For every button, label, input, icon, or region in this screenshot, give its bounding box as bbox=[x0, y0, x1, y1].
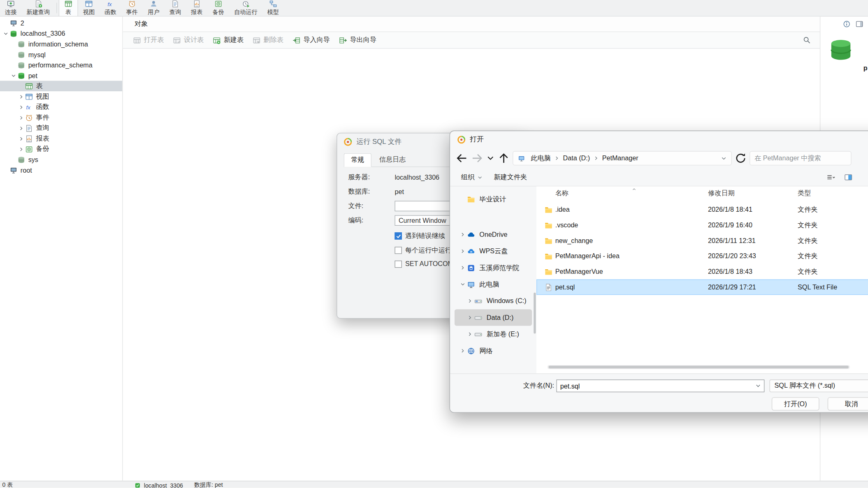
expand-arrow[interactable] bbox=[10, 62, 17, 67]
expand-arrow[interactable] bbox=[459, 265, 467, 271]
expand-arrow[interactable] bbox=[466, 331, 474, 337]
nav-item[interactable]: OneDrive bbox=[455, 226, 532, 243]
checkbox[interactable] bbox=[395, 232, 402, 239]
toolbar-item[interactable]: 事件 bbox=[121, 0, 143, 16]
expand-arrow[interactable] bbox=[10, 41, 17, 46]
statusbar-view-icon[interactable] bbox=[831, 481, 838, 488]
expand-arrow[interactable] bbox=[10, 73, 17, 78]
nav-item[interactable]: Data (D:) bbox=[455, 309, 532, 326]
filetype-select[interactable]: SQL 脚本文件 (*.sql) bbox=[769, 379, 868, 392]
info-icon[interactable] bbox=[842, 20, 851, 28]
expand-arrow[interactable] bbox=[10, 52, 17, 57]
expand-arrow[interactable] bbox=[459, 348, 467, 353]
expand-arrow[interactable] bbox=[466, 298, 474, 303]
horizontal-scrollbar[interactable] bbox=[548, 365, 850, 369]
tree-item[interactable]: 备份 bbox=[0, 144, 122, 155]
column-type[interactable]: 类型 bbox=[798, 188, 868, 198]
preview-pane-icon[interactable] bbox=[844, 173, 853, 181]
object-toolbar-button[interactable]: 设计表 bbox=[169, 35, 207, 45]
expand-arrow[interactable] bbox=[459, 248, 467, 254]
nav-item[interactable]: 毕业设计 bbox=[455, 191, 532, 207]
nav-item[interactable]: 玉溪师范学院 bbox=[455, 259, 532, 276]
expand-arrow[interactable] bbox=[459, 282, 467, 287]
statusbar-view-icon[interactable] bbox=[843, 481, 849, 488]
file-row[interactable]: new_change 2026/1/11 12:31 文件夹 bbox=[536, 233, 868, 249]
nav-item[interactable]: 网络 bbox=[455, 342, 532, 359]
expand-arrow[interactable] bbox=[18, 125, 25, 131]
tree-item[interactable]: sys bbox=[0, 154, 122, 165]
statusbar-view-icon[interactable] bbox=[820, 481, 826, 488]
organize-button[interactable]: 组织 bbox=[461, 173, 483, 182]
toolbar-item[interactable]: 表 bbox=[59, 0, 78, 16]
object-toolbar-button[interactable]: 新建表 bbox=[209, 35, 247, 45]
tree-item[interactable]: fx 函数 bbox=[0, 102, 122, 113]
field-value[interactable]: localhost_3306 bbox=[395, 173, 439, 181]
view-mode-icon[interactable] bbox=[826, 173, 836, 181]
tree-item[interactable]: 表 bbox=[0, 81, 122, 91]
expand-arrow[interactable] bbox=[18, 146, 25, 152]
tree-item[interactable]: 视图 bbox=[0, 91, 122, 102]
filename-combobox[interactable] bbox=[556, 379, 764, 392]
back-button[interactable] bbox=[455, 152, 468, 165]
checkbox[interactable] bbox=[395, 260, 402, 267]
search-icon[interactable] bbox=[803, 36, 811, 44]
expand-arrow[interactable] bbox=[18, 115, 25, 120]
chevron-down-icon[interactable] bbox=[721, 155, 727, 161]
expand-arrow[interactable] bbox=[18, 104, 25, 110]
nav-item[interactable]: WPS云盘 bbox=[455, 243, 532, 259]
new-folder-button[interactable]: 新建文件夹 bbox=[494, 173, 527, 182]
breadcrumb[interactable]: 此电脑 Data (D:) PetManager bbox=[513, 151, 732, 165]
file-row[interactable]: .vscode 2026/1/9 16:40 文件夹 bbox=[536, 217, 868, 233]
tree-item[interactable]: 2 bbox=[0, 18, 122, 28]
dialog-tab[interactable]: 信息日志 bbox=[373, 153, 413, 167]
tree-item[interactable]: 报表 bbox=[0, 133, 122, 144]
file-row[interactable]: .idea 2026/1/8 18:41 文件夹 bbox=[536, 202, 868, 217]
object-toolbar-button[interactable]: 打开表 bbox=[130, 35, 167, 45]
toolbar-item[interactable]: 用户 bbox=[143, 0, 164, 16]
checkbox[interactable] bbox=[395, 247, 402, 254]
cancel-button[interactable]: 取消 bbox=[828, 397, 868, 410]
toolbar-item[interactable]: 模型 bbox=[262, 0, 284, 16]
statusbar-view-icon[interactable] bbox=[855, 481, 861, 488]
tree-item[interactable]: root bbox=[0, 165, 122, 176]
filename-input[interactable] bbox=[557, 382, 755, 390]
nav-item[interactable]: 新加卷 (E:) bbox=[455, 326, 532, 342]
toolbar-item[interactable]: 自动运行 bbox=[229, 0, 262, 16]
panel-toggle-icon[interactable] bbox=[855, 20, 863, 28]
recent-locations-icon[interactable] bbox=[486, 152, 495, 165]
tree-item[interactable]: localhost_3306 bbox=[0, 28, 122, 39]
file-row[interactable]: pet.sql 2026/1/29 17:21 SQL Text File bbox=[536, 280, 868, 295]
expand-arrow[interactable] bbox=[466, 315, 474, 320]
forward-button[interactable] bbox=[471, 152, 484, 165]
expand-arrow[interactable] bbox=[18, 136, 25, 141]
object-toolbar-button[interactable]: 导入向导 bbox=[289, 35, 333, 45]
toolbar-item[interactable]: 查询 bbox=[165, 0, 186, 16]
tree-item[interactable]: 查询 bbox=[0, 123, 122, 134]
breadcrumb-item[interactable]: 此电脑 bbox=[529, 153, 553, 164]
tree-item[interactable]: performance_schema bbox=[0, 60, 122, 70]
search-input[interactable] bbox=[750, 151, 852, 165]
toolbar-item[interactable]: 报表 bbox=[186, 0, 207, 16]
refresh-icon[interactable] bbox=[734, 152, 747, 165]
field-value[interactable]: pet bbox=[395, 188, 404, 196]
expand-arrow[interactable] bbox=[459, 197, 467, 202]
file-row[interactable]: PetManagerApi - idea 2026/1/20 23:43 文件夹 bbox=[536, 248, 868, 264]
dialog-tab[interactable]: 常规 bbox=[344, 153, 371, 167]
column-date[interactable]: 修改日期 bbox=[708, 188, 798, 198]
expand-arrow[interactable] bbox=[18, 94, 25, 99]
tree-item[interactable]: 事件 bbox=[0, 112, 122, 123]
tab-objects[interactable]: 对象 bbox=[135, 19, 148, 29]
toolbar-item[interactable]: fx 函数 bbox=[100, 0, 121, 16]
toolbar-item[interactable]: 新建查询 bbox=[21, 0, 55, 16]
nav-item[interactable]: 此电脑 bbox=[455, 276, 532, 292]
sidebar-scrollbar[interactable] bbox=[534, 293, 536, 334]
open-button[interactable]: 打开(O) bbox=[772, 397, 819, 410]
breadcrumb-item[interactable]: Data (D:) bbox=[561, 154, 592, 163]
chevron-down-icon[interactable] bbox=[755, 383, 761, 389]
expand-arrow[interactable] bbox=[10, 157, 17, 162]
expand-arrow[interactable] bbox=[2, 167, 9, 173]
file-row[interactable]: PetManagerVue 2026/1/8 18:43 文件夹 bbox=[536, 264, 868, 280]
toolbar-item[interactable]: 连接 bbox=[0, 0, 21, 16]
object-toolbar-button[interactable]: 导出向导 bbox=[335, 35, 380, 45]
object-toolbar-button[interactable]: 删除表 bbox=[249, 35, 287, 45]
